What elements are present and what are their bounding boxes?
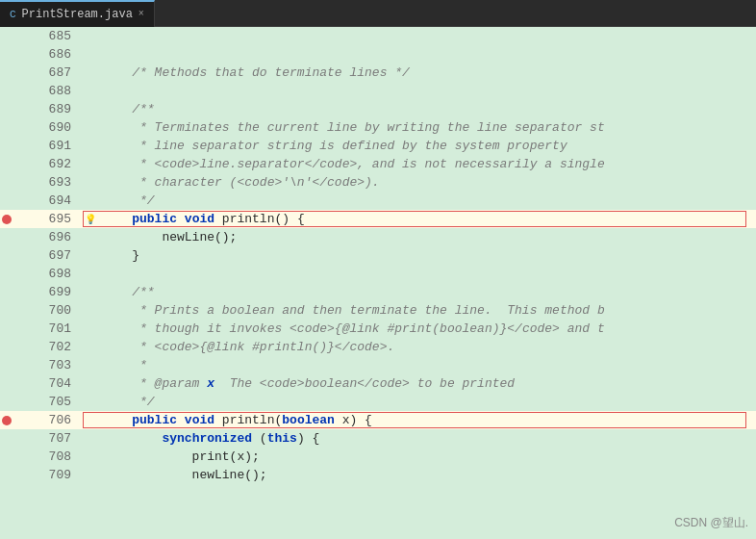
line-row: 689 /** (0, 100, 756, 118)
line-marker (0, 45, 13, 64)
line-number: 686 (13, 45, 83, 64)
line-number: 696 (13, 228, 83, 246)
line-number: 689 (13, 100, 83, 118)
bulb-area (83, 192, 98, 210)
line-content: * Terminates the current line by writing… (98, 118, 605, 137)
line-marker (0, 338, 13, 356)
debug-breakpoint[interactable] (2, 215, 12, 224)
line-marker (0, 82, 13, 100)
line-number: 688 (13, 82, 83, 100)
bulb-area (83, 338, 98, 356)
line-number: 692 (13, 155, 83, 173)
line-row: 706 public void println(boolean x) { (0, 411, 756, 429)
bulb-area (83, 27, 98, 45)
line-marker (0, 466, 13, 484)
line-marker (0, 429, 13, 448)
line-content (98, 82, 102, 100)
line-row: 695💡 public void println() { (0, 210, 756, 228)
line-marker (0, 100, 13, 118)
line-number: 695 (13, 210, 83, 228)
line-marker (0, 173, 13, 192)
line-content: * (98, 356, 147, 374)
bulb-area (83, 100, 98, 118)
bulb-area (83, 137, 98, 155)
line-content: } (98, 246, 139, 265)
bulb-area (83, 374, 98, 393)
bulb-area (83, 155, 98, 173)
bulb-area (83, 466, 98, 484)
line-row: 709 newLine(); (0, 466, 756, 484)
line-content: synchronized (this) { (98, 429, 319, 448)
bulb-area (83, 411, 98, 429)
line-row: 687 /* Methods that do terminate lines *… (0, 64, 756, 82)
line-content: /** (98, 283, 155, 301)
line-row: 707 synchronized (this) { (0, 429, 756, 448)
line-number: 693 (13, 173, 83, 192)
line-row: 692 * <code>line.separator</code>, and i… (0, 155, 756, 173)
line-marker (0, 155, 13, 173)
debug-breakpoint[interactable] (2, 416, 12, 425)
line-content: public void println(boolean x) { (98, 411, 372, 429)
line-number: 687 (13, 64, 83, 82)
line-marker (0, 228, 13, 246)
tab-label: PrintStream.java (22, 8, 133, 21)
line-number: 702 (13, 338, 83, 356)
line-content (98, 27, 102, 45)
line-content: public void println() { (98, 210, 305, 228)
line-marker (0, 137, 13, 155)
tab-icon: C (10, 9, 16, 20)
line-marker (0, 356, 13, 374)
line-marker (0, 265, 13, 283)
line-row: 704 * @param x The <code>boolean</code> … (0, 374, 756, 393)
line-marker (0, 118, 13, 137)
line-row: 691 * line separator string is defined b… (0, 137, 756, 155)
line-row: 690 * Terminates the current line by wri… (0, 118, 756, 137)
line-content (98, 265, 102, 283)
editor-container: 685686687 /* Methods that do terminate l… (0, 27, 756, 539)
tab-bar: C PrintStream.java × (0, 0, 756, 27)
line-number: 685 (13, 27, 83, 45)
line-content: * Prints a boolean and then terminate th… (98, 301, 605, 320)
line-content: * @param x The <code>boolean</code> to b… (98, 374, 515, 393)
line-content: * line separator string is defined by th… (98, 137, 567, 155)
lightbulb-icon[interactable]: 💡 (85, 214, 96, 225)
line-content: * <code>line.separator</code>, and is no… (98, 155, 605, 173)
line-number: 690 (13, 118, 83, 137)
line-marker (0, 283, 13, 301)
line-number: 697 (13, 246, 83, 265)
line-row: 702 * <code>{@link #println()}</code>. (0, 338, 756, 356)
line-number: 703 (13, 356, 83, 374)
bulb-area (83, 448, 98, 466)
line-row: 701 * though it invokes <code>{@link #pr… (0, 320, 756, 338)
line-content: /* Methods that do terminate lines */ (98, 64, 410, 82)
line-number: 704 (13, 374, 83, 393)
close-icon[interactable]: × (139, 9, 144, 19)
line-content: */ (98, 393, 155, 411)
bulb-area (83, 82, 98, 100)
line-content: print(x); (98, 448, 260, 466)
line-number: 705 (13, 393, 83, 411)
file-tab[interactable]: C PrintStream.java × (0, 0, 155, 27)
bulb-area (83, 301, 98, 320)
code-editor[interactable]: 685686687 /* Methods that do terminate l… (0, 27, 756, 539)
line-marker (0, 246, 13, 265)
line-row: 696 newLine(); (0, 228, 756, 246)
line-number: 706 (13, 411, 83, 429)
line-marker (0, 64, 13, 82)
bulb-area (83, 246, 98, 265)
bulb-area (83, 320, 98, 338)
line-marker (0, 301, 13, 320)
line-content: * though it invokes <code>{@link #print(… (98, 320, 605, 338)
line-marker (0, 210, 13, 228)
watermark: CSDN @望山. (674, 515, 748, 531)
bulb-area (83, 228, 98, 246)
bulb-area (83, 173, 98, 192)
line-content: newLine(); (98, 228, 237, 246)
line-number: 707 (13, 429, 83, 448)
line-number: 701 (13, 320, 83, 338)
line-marker (0, 393, 13, 411)
bulb-area (83, 118, 98, 137)
line-row: 685 (0, 27, 756, 45)
line-number: 691 (13, 137, 83, 155)
line-number: 700 (13, 301, 83, 320)
